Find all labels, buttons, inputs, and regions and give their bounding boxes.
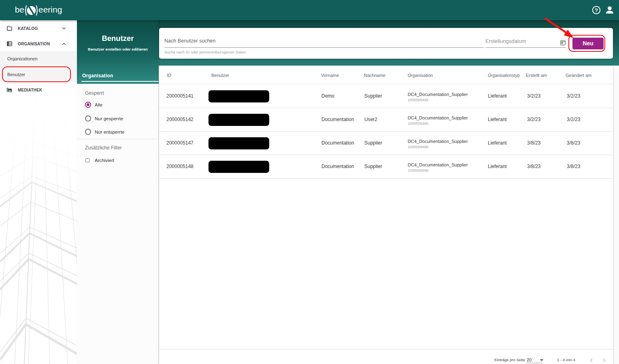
svg-text:?: ?	[595, 7, 598, 13]
